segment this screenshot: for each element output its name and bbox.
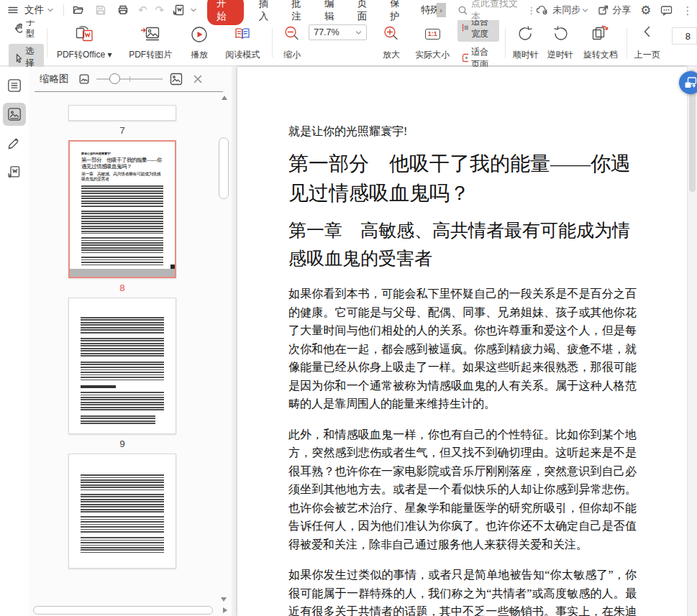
sync-status-label: 未同步 bbox=[552, 4, 580, 17]
search-box[interactable]: 点此查找文本 ⋮ bbox=[457, 0, 537, 23]
rotate-document-button[interactable]: 旋转文档 bbox=[578, 20, 624, 65]
thumbnail-panel-title: 缩略图 bbox=[40, 73, 69, 86]
actual-size-label: 实际大小 bbox=[415, 49, 450, 61]
pdf-page[interactable]: 就是让你的光照耀寰宇! 第一部分 他吸干了我的能量——你遇见过情感吸血鬼吗？ 第… bbox=[237, 67, 687, 616]
tab-start-active[interactable]: 开始 bbox=[207, 0, 244, 25]
divider bbox=[272, 28, 273, 58]
settings-gear-icon[interactable]: ⚙ bbox=[640, 4, 651, 17]
thumbnail-label-9: 9 bbox=[68, 434, 176, 454]
small-thumbnail-icon[interactable] bbox=[79, 74, 89, 84]
zoom-in-button[interactable]: 放大 bbox=[373, 20, 410, 65]
page-number-input[interactable]: 8 bbox=[672, 27, 697, 45]
share-button[interactable]: 分享 bbox=[598, 4, 631, 17]
close-panel-icon[interactable] bbox=[193, 74, 203, 84]
scroll-right-arrow-icon[interactable] bbox=[223, 607, 227, 613]
previous-page-label: 上一页 bbox=[634, 49, 660, 61]
thumbnail-panel-header: 缩略图 bbox=[29, 67, 232, 91]
actual-size-button[interactable]: 1:1 实际大小 bbox=[410, 20, 455, 65]
previous-page-button[interactable]: 上一页 bbox=[630, 20, 665, 65]
annotation-pen-button[interactable] bbox=[3, 132, 26, 155]
large-thumbnail-icon[interactable] bbox=[170, 73, 183, 86]
rotate-counterclockwise-button[interactable]: 逆时针 bbox=[543, 20, 578, 65]
file-menu[interactable]: 文件 bbox=[24, 4, 55, 17]
scroll-up-arrow-icon[interactable] bbox=[222, 96, 227, 100]
pdf-to-office-icon bbox=[75, 25, 94, 44]
rotate-clockwise-label: 顺时针 bbox=[513, 49, 539, 61]
read-mode-label: 阅读模式 bbox=[225, 49, 260, 61]
read-mode-book-icon bbox=[232, 25, 252, 44]
tab-page[interactable]: 页面 bbox=[357, 0, 375, 23]
zoom-out-button[interactable]: 缩小 bbox=[275, 20, 309, 65]
more-options-dots-icon[interactable]: ⋮ bbox=[682, 5, 693, 16]
cursor-icon bbox=[14, 52, 22, 63]
thumbnail-page-10-partial[interactable] bbox=[68, 454, 176, 569]
thumbnail-page-10-preview bbox=[69, 454, 176, 568]
search-options-dots-icon[interactable]: ⋮ bbox=[527, 6, 536, 15]
floating-convert-button[interactable] bbox=[679, 71, 697, 94]
chapter-title: 第一章 高敏感、高共情者最有可能成为情感吸血鬼的受害者 bbox=[288, 216, 637, 272]
zoom-in-label: 放大 bbox=[383, 49, 400, 61]
divider bbox=[505, 28, 506, 58]
convert-to-image-icon bbox=[684, 76, 697, 89]
select-tool-label: 选择 bbox=[25, 45, 39, 70]
tab-insert[interactable]: 插入 bbox=[259, 0, 277, 23]
thumbnail-page-7-partial[interactable] bbox=[68, 105, 176, 121]
tab-annotate[interactable]: 批注 bbox=[291, 0, 309, 23]
pdf-to-image-label: PDF转图片 bbox=[129, 49, 172, 61]
feedback-comment-icon[interactable] bbox=[660, 5, 673, 16]
thumbnails-icon bbox=[7, 107, 22, 121]
fit-page-icon bbox=[462, 53, 468, 63]
thumbnail-page-9[interactable] bbox=[68, 298, 176, 434]
chevron-down-icon bbox=[46, 6, 55, 14]
tab-edit[interactable]: 编辑 bbox=[324, 0, 342, 23]
play-label: 播放 bbox=[191, 49, 208, 61]
toolbar-options-chevron-icon[interactable] bbox=[190, 6, 197, 14]
zoom-out-label: 缩小 bbox=[283, 49, 301, 61]
thumbnail-panel-button[interactable] bbox=[3, 103, 26, 126]
thumbnail-size-slider[interactable] bbox=[96, 73, 163, 85]
pdf-to-office-button[interactable]: PDF转Office ▾ bbox=[50, 20, 118, 65]
export-word-icon[interactable] bbox=[173, 4, 186, 17]
vertical-scrollbar-thumb[interactable] bbox=[219, 137, 229, 199]
tab-overflow-button[interactable]: › bbox=[437, 3, 446, 17]
undo-icon[interactable]: ↶ bbox=[138, 4, 147, 17]
tab-protect[interactable]: 保护 bbox=[390, 0, 408, 23]
toolbar: 手型 选择 PDF转Office ▾ PDF转图片 播放 bbox=[0, 20, 697, 66]
play-button[interactable]: 播放 bbox=[183, 20, 216, 65]
rotate-clockwise-button[interactable]: 顺时针 bbox=[509, 20, 543, 65]
menu-bar: 文件 ↶ ↷ 开始 插入 批注 编辑 页面 保护 特殊 › 点此查找文本 ⋮ 未… bbox=[0, 0, 697, 20]
search-placeholder: 点此查找文本 bbox=[471, 0, 521, 23]
document-vertical-scrollbar[interactable] bbox=[687, 67, 697, 616]
export-word-panel-button[interactable] bbox=[3, 160, 26, 183]
thumbnail-vertical-scrollbar[interactable] bbox=[219, 96, 229, 602]
page-text: 就是让你的光照耀寰宇! 第一部分 他吸干了我的能量——你遇见过情感吸血鬼吗？ 第… bbox=[288, 67, 637, 616]
redo-icon[interactable]: ↷ bbox=[155, 4, 164, 17]
tab-special-truncated[interactable]: 特殊 bbox=[421, 4, 437, 17]
hamburger-menu-icon[interactable] bbox=[7, 4, 19, 16]
pdf-to-image-button[interactable]: PDF转图片 bbox=[118, 20, 183, 65]
read-mode-button[interactable]: 阅读模式 bbox=[216, 20, 269, 65]
play-icon bbox=[190, 25, 209, 44]
divider bbox=[627, 28, 627, 58]
paragraph: 此外，和情感吸血鬼一样，你也有自己的个性特征。比如你到某个地方，突然感到悲伤或者… bbox=[288, 426, 637, 554]
zoom-level-combobox[interactable]: 77.7% bbox=[309, 24, 367, 40]
fit-width-icon bbox=[462, 23, 468, 32]
zoom-out-icon bbox=[283, 25, 301, 44]
print-icon[interactable] bbox=[117, 4, 129, 16]
save-icon[interactable] bbox=[95, 4, 106, 16]
open-file-icon[interactable] bbox=[73, 4, 84, 16]
file-menu-label: 文件 bbox=[24, 4, 44, 17]
scroll-down-arrow-icon[interactable] bbox=[221, 597, 227, 602]
chevron-down-icon bbox=[355, 29, 362, 36]
outline-panel-button[interactable] bbox=[3, 74, 26, 97]
cloud-sync-button[interactable]: 未同步 bbox=[536, 4, 588, 17]
share-icon bbox=[598, 4, 609, 16]
thumbnail-list[interactable]: 7 就是让你的光照耀寰宇! 第一部分 他吸干了我的能量——你遇见过情感吸血鬼吗？… bbox=[29, 92, 216, 604]
fit-group: 适合宽度 适合页面 bbox=[455, 20, 501, 65]
rotate-document-icon bbox=[591, 25, 611, 44]
thumbnail-label-7: 7 bbox=[68, 121, 176, 140]
slider-handle[interactable] bbox=[109, 73, 120, 84]
search-icon bbox=[457, 5, 467, 16]
thumbnail-horizontal-scrollbar[interactable] bbox=[33, 606, 213, 615]
thumbnail-page-8-selected[interactable]: 就是让你的光照耀寰宇! 第一部分 他吸干了我的能量——你遇见过情感吸血鬼吗？ 第… bbox=[68, 140, 176, 278]
